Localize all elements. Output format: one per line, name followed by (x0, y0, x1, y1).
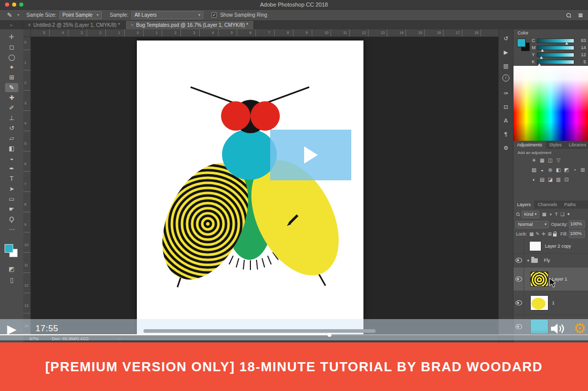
channel-value[interactable]: 12 (576, 52, 586, 57)
filter-shape-layers-icon[interactable]: ❏ (560, 212, 566, 217)
close-window-button[interactable] (5, 3, 9, 7)
info-panel-icon[interactable]: i (502, 74, 509, 82)
threshold-icon[interactable]: ◪ (547, 176, 554, 183)
layer-row[interactable]: 1 (513, 291, 588, 315)
workspace-switcher-icon[interactable]: ▦ (578, 12, 583, 18)
canvas-area[interactable]: 543210123456789101112131415161718 012345… (23, 29, 499, 342)
hand-tool[interactable]: ☛ (5, 205, 18, 214)
spot-healing-brush-tool[interactable]: ✚ (5, 93, 18, 102)
rectangular-marquee-tool[interactable]: ◻ (5, 43, 18, 52)
lock-artboard-icon[interactable]: ⊞ (547, 231, 553, 237)
levels-icon[interactable]: ▦ (539, 157, 545, 164)
tab-adjustments[interactable]: Adjustments (513, 141, 546, 149)
color-balance-icon[interactable]: ⊚ (547, 167, 554, 173)
vibrance-icon[interactable]: ▧ (531, 167, 537, 173)
clone-source-panel-icon[interactable]: ⊡ (501, 102, 511, 112)
tab-channels[interactable]: Channels (534, 201, 561, 209)
sample-size-dropdown[interactable]: Point Sample ▾ (59, 11, 102, 19)
black-white-icon[interactable]: ◧ (555, 167, 562, 173)
curves-icon[interactable]: ◫ (547, 157, 554, 164)
layer-thumbnail[interactable] (529, 241, 541, 251)
lock-pixels-icon[interactable]: ✎ (535, 231, 541, 237)
layer-group-row[interactable]: ▾Fly (513, 254, 588, 267)
toolbar-collapse-icon[interactable]: » (0, 21, 23, 29)
tab-paths[interactable]: Paths (561, 201, 579, 209)
filter-pixel-layers-icon[interactable]: ▦ (541, 212, 547, 217)
layer-row[interactable]: Layer 2 copy (513, 239, 588, 254)
brightness-contrast-icon[interactable]: ☀ (531, 157, 537, 164)
gradient-map-icon[interactable]: ⊡ (563, 176, 570, 183)
active-tool-icon[interactable]: ✎ (7, 12, 12, 19)
move-tool[interactable]: ✛ (5, 32, 18, 42)
lock-transparency-icon[interactable]: ▦ (529, 231, 535, 237)
layer-visibility-toggle[interactable] (513, 291, 524, 315)
rectangle-tool[interactable]: ▭ (5, 194, 18, 204)
screen-mode-icon[interactable]: ▯ (5, 277, 18, 284)
exposure-icon[interactable]: ▽ (555, 157, 562, 164)
path-selection-tool[interactable]: ➤ (5, 184, 18, 193)
close-tab-icon[interactable]: × (131, 22, 134, 28)
fill-field[interactable]: 100% (569, 230, 585, 238)
minimize-window-button[interactable] (12, 3, 16, 7)
search-icon[interactable]: Ϙ (565, 11, 573, 19)
photo-filter-icon[interactable]: ◩ (563, 167, 570, 173)
tab-styles[interactable]: Styles (546, 141, 566, 149)
channel-value[interactable]: 83 (576, 38, 586, 43)
color-spectrum[interactable] (513, 66, 588, 141)
show-sampling-ring-checkbox[interactable]: ✓ (211, 12, 217, 18)
channel-mixer-icon[interactable]: ◔ (571, 167, 578, 173)
paragraph-panel-icon[interactable]: ¶ (501, 129, 511, 139)
filter-adjustment-layers-icon[interactable]: ◑ (547, 212, 554, 217)
layer-visibility-toggle[interactable] (513, 267, 524, 291)
vertical-ruler[interactable]: 01234567891011121314 (23, 29, 31, 335)
color-lookup-icon[interactable]: ⊞ (579, 167, 586, 173)
edit-toolbar[interactable]: ⋯ (5, 225, 18, 234)
lock-all-icon[interactable] (553, 233, 557, 237)
color-panel-foreground-swatch[interactable] (517, 38, 526, 47)
brush-settings-panel-icon[interactable]: ✑ (501, 88, 511, 98)
clone-stamp-tool[interactable]: ⊥ (5, 113, 18, 123)
opacity-field[interactable]: 100% (569, 220, 585, 228)
color-panel-tab[interactable]: Color (513, 29, 588, 37)
layer-visibility-toggle[interactable] (513, 239, 524, 253)
video-progress-knob[interactable] (327, 333, 332, 337)
eraser-tool[interactable]: ▱ (5, 134, 18, 143)
type-tool[interactable]: T (5, 174, 18, 183)
video-play-overlay[interactable] (270, 130, 351, 180)
tool-preset-caret-icon[interactable]: ▾ (17, 13, 19, 17)
posterize-icon[interactable]: ▤ (539, 176, 545, 183)
tab-libraries[interactable]: Libraries (565, 141, 588, 149)
sample-dropdown[interactable]: All Layers ▾ (131, 11, 203, 19)
group-expand-caret-icon[interactable]: ▾ (527, 258, 529, 263)
foreground-color-swatch[interactable] (5, 244, 13, 253)
actions-panel-icon[interactable]: ▶ (501, 47, 511, 57)
artboards-panel-icon[interactable]: ▥ (501, 61, 511, 71)
k-channel-slider[interactable] (537, 60, 574, 64)
history-brush-tool[interactable]: ↺ (5, 124, 18, 133)
zoom-window-button[interactable] (19, 3, 23, 7)
crop-tool[interactable]: ⊞ (5, 73, 18, 82)
tab-untitled-2[interactable]: × Untitled-2 @ 25% (Layer 1, CMYK/8) * (23, 21, 126, 29)
layer-visibility-toggle[interactable] (513, 254, 524, 267)
selective-color-icon[interactable]: ▥ (555, 176, 562, 183)
quick-selection-tool[interactable]: ✦ (5, 63, 18, 72)
layer-thumbnail[interactable] (530, 295, 548, 310)
gradient-tool[interactable]: ◧ (5, 144, 18, 153)
c-channel-slider[interactable] (537, 38, 574, 43)
close-tab-icon[interactable]: × (28, 22, 31, 28)
blend-mode-dropdown[interactable]: Normal ▾ (516, 221, 549, 228)
video-settings-gear-icon[interactable]: ⚙ (573, 320, 586, 337)
eyedropper-tool[interactable]: ✎ (5, 83, 18, 92)
quick-mask-icon[interactable]: ◩ (5, 265, 18, 272)
filter-smart-objects-icon[interactable]: ✦ (566, 212, 572, 217)
lock-position-icon[interactable]: ✛ (541, 231, 547, 237)
horizontal-ruler[interactable]: 543210123456789101112131415161718 (30, 29, 499, 37)
artboard[interactable] (137, 41, 363, 334)
brush-tool[interactable]: ✐ (5, 103, 18, 112)
dodge-tool[interactable]: ◒ (5, 154, 18, 163)
ruler-origin[interactable] (23, 29, 31, 37)
filter-type-layers-icon[interactable]: T (554, 212, 560, 217)
tab-bug-templates[interactable]: × Bug Templates.psd @ 16.7% (Layer 1, CM… (126, 21, 254, 29)
tool-presets-panel-icon[interactable]: ⚙ (501, 143, 511, 153)
layer-filter-kind-dropdown[interactable]: Kind ▾ (522, 211, 539, 218)
